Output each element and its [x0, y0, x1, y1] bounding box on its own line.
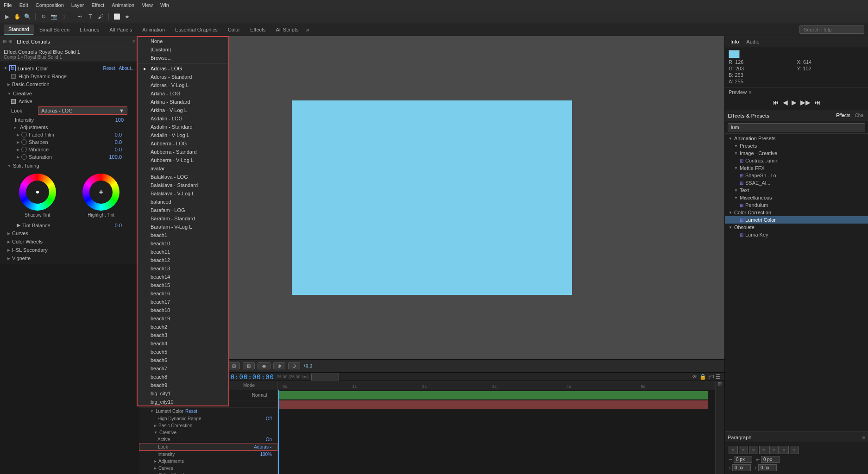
- ep-search-input[interactable]: [728, 123, 865, 131]
- align-justify-btn[interactable]: ≡: [759, 446, 768, 454]
- align-right-btn[interactable]: ≡: [749, 446, 758, 454]
- menu-animation[interactable]: Animation: [112, 2, 134, 8]
- snap-btn[interactable]: ⊙: [288, 362, 300, 369]
- active-checkbox[interactable]: [11, 99, 16, 104]
- about-btn[interactable]: About...: [119, 66, 135, 71]
- dropdown-item[interactable]: beach9: [138, 381, 228, 389]
- dropdown-item[interactable]: beach12: [138, 256, 228, 264]
- tab-essential-graphics[interactable]: Essential Graphics: [170, 25, 222, 34]
- dropdown-item[interactable]: beach13: [138, 264, 228, 273]
- menu-edit[interactable]: Edit: [19, 2, 28, 8]
- arrow-tool[interactable]: ▶: [3, 12, 11, 21]
- align-justify-all-btn[interactable]: ≡: [790, 446, 799, 454]
- dropdown-item[interactable]: beach7: [138, 364, 228, 373]
- prev-forward-btn[interactable]: ▶▶: [800, 99, 811, 106]
- dropdown-item[interactable]: Barafam - Standard: [138, 214, 228, 223]
- ep-image-creative-sub[interactable]: ▼ Image - Creative: [725, 150, 868, 157]
- menu-file[interactable]: File: [4, 2, 12, 8]
- align-left-btn[interactable]: ≡: [729, 446, 738, 454]
- dropdown-item[interactable]: beach17: [138, 298, 228, 306]
- dropdown-item[interactable]: beach6: [138, 356, 228, 364]
- dropdown-item[interactable]: beach14: [138, 273, 228, 281]
- tl-lumetri-effect[interactable]: ▼ Lumetri Color Reset: [139, 408, 277, 415]
- ep-obsolete-cat[interactable]: ▼ Obsolete: [725, 224, 868, 231]
- shape-tool[interactable]: ⬜: [113, 12, 121, 21]
- space-before-input[interactable]: [732, 464, 751, 471]
- star-tool[interactable]: ★: [123, 12, 131, 21]
- prev-last-btn[interactable]: ⏭: [814, 99, 821, 106]
- dropdown-item[interactable]: Asdalin - V-Log L: [138, 131, 228, 139]
- label-icon[interactable]: 🏷: [708, 374, 714, 380]
- faded-film-dial[interactable]: [21, 132, 27, 137]
- ep-text-sub[interactable]: ▼ Text: [725, 187, 868, 194]
- tab-all-scripts[interactable]: All Scripts: [271, 25, 303, 34]
- dropdown-item[interactable]: Aubberra - Standard: [138, 148, 228, 156]
- tab-color[interactable]: Color: [223, 25, 245, 34]
- hand-tool[interactable]: ✋: [13, 12, 21, 21]
- menu-layer[interactable]: Layer: [71, 2, 84, 8]
- prev-first-btn[interactable]: ⏮: [773, 99, 779, 106]
- basic-correction-section[interactable]: ▶ Basic Correction: [0, 80, 138, 88]
- dropdown-item[interactable]: Adoras - Standard: [138, 73, 228, 81]
- para-menu-icon[interactable]: ≡: [862, 435, 865, 440]
- dropdown-item[interactable]: big_city10: [138, 398, 228, 406]
- dropdown-item[interactable]: Aubberra - V-Log L: [138, 156, 228, 164]
- ep-contras-item[interactable]: ⊞ Contras...umin: [725, 157, 868, 164]
- lock-icon[interactable]: 🔒: [699, 374, 706, 380]
- look-dropdown-menu[interactable]: None[Custom]Browse...●Adoras - LOGAdoras…: [137, 36, 229, 406]
- tl-curves-row[interactable]: ▶ Curves: [139, 465, 277, 472]
- dropdown-item[interactable]: Adoras - V-Log L: [138, 81, 228, 89]
- dropdown-item[interactable]: beach3: [138, 331, 228, 339]
- align-center-btn[interactable]: ≡: [739, 446, 748, 454]
- dropdown-item[interactable]: beach1: [138, 231, 228, 239]
- tab-effect-controls[interactable]: Effect Controls: [14, 38, 53, 45]
- dropdown-item[interactable]: beach15: [138, 281, 228, 289]
- dropdown-item[interactable]: avatar: [138, 164, 228, 173]
- reset-btn[interactable]: Reset: [103, 66, 115, 71]
- dropdown-item[interactable]: beach10: [138, 239, 228, 248]
- ep-pendulum-item[interactable]: ⊞ Pendulum: [725, 201, 868, 209]
- dropdown-item[interactable]: Arkina - LOG: [138, 89, 228, 98]
- tab-audio[interactable]: Audio: [743, 38, 762, 45]
- tl-basic-correction[interactable]: ▶ Basic Correction: [139, 422, 277, 429]
- menu-view[interactable]: View: [142, 2, 153, 8]
- dropdown-item[interactable]: Asdalin - LOG: [138, 114, 228, 123]
- toggle-switches-btn[interactable]: ⊞: [717, 382, 723, 386]
- menu-win[interactable]: Win: [160, 2, 169, 8]
- 3d-btn[interactable]: ⊕: [273, 362, 285, 369]
- split-toning-section[interactable]: ▼ Split Toning: [0, 162, 138, 170]
- rotate-tool[interactable]: ↻: [39, 12, 48, 21]
- dropdown-item[interactable]: Browse...: [138, 54, 228, 62]
- dropdown-item[interactable]: beach11: [138, 248, 228, 256]
- dropdown-item[interactable]: [Custom]: [138, 45, 228, 54]
- dropdown-item[interactable]: Arkina - V-Log L: [138, 106, 228, 114]
- highlight-wheel-canvas[interactable]: +: [82, 174, 120, 211]
- dropdown-item[interactable]: beach2: [138, 323, 228, 331]
- dropdown-item[interactable]: big_city1: [138, 389, 228, 398]
- tab-effects[interactable]: Effects: [245, 25, 270, 34]
- ep-shapeshd-item[interactable]: ⊞ ShapeSh...Lo: [725, 172, 868, 179]
- tl-reset-btn[interactable]: Reset: [185, 409, 197, 414]
- vibrance-dial[interactable]: [21, 147, 27, 152]
- tab-libraries[interactable]: Libraries: [75, 25, 104, 34]
- tab-all-panels[interactable]: All Panels: [105, 25, 137, 34]
- shadow-wheel-canvas[interactable]: [19, 174, 56, 211]
- pen-tool[interactable]: ✒: [76, 12, 84, 21]
- dropdown-item[interactable]: ●Adoras - LOG: [138, 64, 228, 73]
- hsl-secondary-section[interactable]: ▶ HSL Secondary: [0, 246, 138, 254]
- dropdown-item[interactable]: beach8: [138, 373, 228, 381]
- ep-anim-presets-cat[interactable]: ▼ Animation Presets: [725, 135, 868, 142]
- space-after-input[interactable]: [758, 464, 777, 471]
- adjustments-section[interactable]: ▼ Adjustments: [0, 124, 138, 131]
- search-help-input[interactable]: [799, 25, 864, 34]
- tab-standard[interactable]: Standard: [4, 25, 34, 35]
- ep-luma-key-item[interactable]: ⊞ Luma Key: [725, 231, 868, 238]
- dropdown-item[interactable]: Balaklava - Standard: [138, 181, 228, 189]
- vignette-section[interactable]: ▶ Vignette: [0, 254, 138, 262]
- mask-btn[interactable]: ⌯: [258, 362, 270, 369]
- hdr-checkbox[interactable]: [11, 74, 16, 79]
- tl-colorwheels-row[interactable]: ▶ Color Wheels: [139, 472, 277, 474]
- zoom-tool[interactable]: 🔍: [23, 12, 31, 21]
- tab-small-screen[interactable]: Small Screen: [35, 25, 74, 34]
- dropdown-item[interactable]: balanced: [138, 198, 228, 206]
